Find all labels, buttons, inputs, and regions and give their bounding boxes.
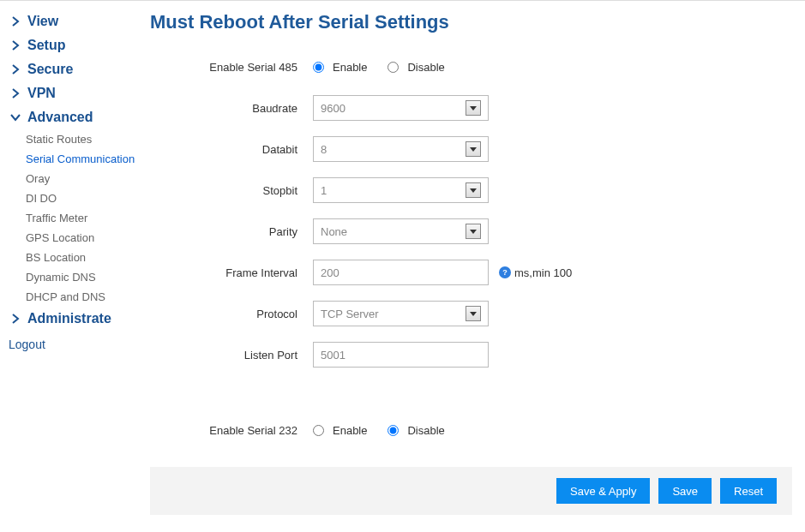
nav-label: VPN <box>27 86 56 101</box>
label-baudrate: Baudrate <box>150 102 313 115</box>
chevron-down-icon <box>466 224 481 239</box>
logout-link[interactable]: Logout <box>9 331 146 351</box>
nav-sub-serial-communication[interactable]: Serial Communication <box>9 149 146 169</box>
label-parity: Parity <box>150 225 313 238</box>
label-frame-interval: Frame Interval <box>150 266 313 279</box>
select-value: None <box>321 225 347 238</box>
radio-label-disable: Disable <box>407 424 444 437</box>
nav-group-view[interactable]: View <box>9 9 146 33</box>
main-content: Must Reboot After Serial Settings Enable… <box>150 1 796 458</box>
nav-sub-dynamic-dns[interactable]: Dynamic DNS <box>9 267 146 287</box>
chevron-right-icon <box>9 15 22 28</box>
nav-sub-traffic-meter[interactable]: Traffic Meter <box>9 208 146 228</box>
chevron-right-icon <box>9 312 22 326</box>
nav-group-setup[interactable]: Setup <box>9 33 146 57</box>
radio-232-enable[interactable] <box>313 425 324 436</box>
select-parity[interactable]: None <box>313 218 489 244</box>
nav-group-secure[interactable]: Secure <box>9 57 146 81</box>
radio-485-enable[interactable] <box>313 62 324 73</box>
select-value: 9600 <box>321 102 345 115</box>
select-databit[interactable]: 8 <box>313 136 489 162</box>
nav-sub-gps-location[interactable]: GPS Location <box>9 228 146 248</box>
chevron-right-icon <box>9 87 22 100</box>
input-listen-port[interactable] <box>313 342 489 368</box>
select-value: 1 <box>321 184 327 197</box>
radio-label-disable: Disable <box>407 61 444 74</box>
save-button[interactable]: Save <box>658 478 712 504</box>
input-frame-interval[interactable] <box>313 260 489 285</box>
radio-485-disable[interactable] <box>387 62 399 73</box>
chevron-right-icon <box>9 39 22 52</box>
label-databit: Databit <box>150 143 313 156</box>
select-value: TCP Server <box>321 308 379 320</box>
nav-label: Administrate <box>27 311 111 326</box>
radio-label-enable: Enable <box>333 61 367 74</box>
nav-sub-static-routes[interactable]: Static Routes <box>9 129 146 149</box>
select-protocol[interactable]: TCP Server <box>313 301 489 326</box>
chevron-down-icon <box>466 141 481 157</box>
select-stopbit[interactable]: 1 <box>313 177 489 203</box>
nav-sub-di-do[interactable]: DI DO <box>9 188 146 208</box>
save-apply-button[interactable]: Save & Apply <box>556 478 650 504</box>
radio-label-enable: Enable <box>333 424 367 437</box>
label-listen-port: Listen Port <box>150 349 313 362</box>
reset-button[interactable]: Reset <box>720 478 777 504</box>
nav-group-vpn[interactable]: VPN <box>9 81 146 105</box>
nav-label: View <box>27 14 58 29</box>
label-protocol: Protocol <box>150 308 313 320</box>
select-value: 8 <box>321 143 327 156</box>
nav-sub-dhcp-dns[interactable]: DHCP and DNS <box>9 287 146 307</box>
hint-frame-interval: ms,min 100 <box>514 266 572 279</box>
footer-bar: Save & Apply Save Reset <box>150 467 792 515</box>
nav-group-advanced[interactable]: Advanced <box>9 105 146 129</box>
nav-sub-bs-location[interactable]: BS Location <box>9 248 146 267</box>
label-enable-485: Enable Serial 485 <box>150 61 313 74</box>
label-stopbit: Stopbit <box>150 184 313 197</box>
chevron-down-icon <box>9 111 22 124</box>
nav-sub-oray[interactable]: Oray <box>9 169 146 188</box>
chevron-down-icon <box>466 100 481 116</box>
chevron-down-icon <box>466 306 481 321</box>
chevron-down-icon <box>466 182 481 198</box>
select-baudrate[interactable]: 9600 <box>313 95 489 121</box>
nav-label: Secure <box>27 62 73 77</box>
sidebar: View Setup Secure VPN Advanced Static Ro… <box>0 1 146 351</box>
radio-232-disable[interactable] <box>387 425 399 436</box>
info-icon: ? <box>499 266 511 278</box>
nav-label: Advanced <box>27 110 93 125</box>
radio-group-232: Enable Disable <box>313 424 460 437</box>
chevron-right-icon <box>9 63 22 76</box>
nav-label: Setup <box>27 38 65 53</box>
label-enable-232: Enable Serial 232 <box>150 424 313 437</box>
nav-group-administrate[interactable]: Administrate <box>9 307 146 331</box>
radio-group-485: Enable Disable <box>313 61 460 74</box>
page-title: Must Reboot After Serial Settings <box>150 11 796 33</box>
